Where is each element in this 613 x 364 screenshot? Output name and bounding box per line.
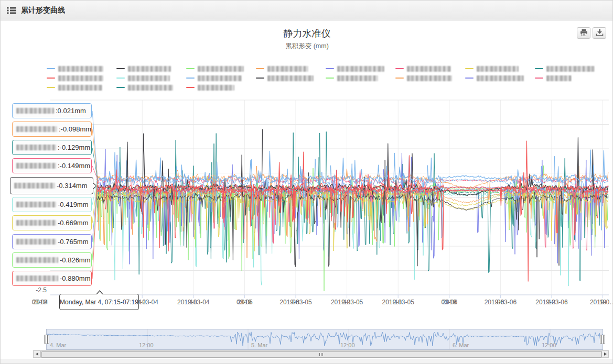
legend-item[interactable] (535, 73, 605, 83)
legend-item[interactable] (256, 73, 326, 83)
legend-marker (116, 87, 125, 89)
chart-subtitle: 累积形变 (mm) (1, 42, 613, 51)
tooltip-series-name-censored (16, 163, 56, 169)
legend-series-name-censored (58, 85, 102, 91)
legend-series-name-censored (546, 66, 595, 72)
legend-item[interactable] (395, 64, 465, 73)
legend-item[interactable] (47, 64, 116, 73)
legend-series-name-censored (128, 85, 173, 91)
legend-item[interactable] (535, 64, 605, 73)
download-icon (596, 29, 604, 38)
legend-marker (395, 68, 404, 70)
y-axis-label: -2.5 (16, 286, 47, 294)
legend-marker (256, 78, 264, 79)
tooltip-box: :-0.129mm (12, 140, 92, 155)
tooltip-value: :-0.149mm (58, 162, 90, 170)
legend-series-name-censored (198, 75, 242, 81)
scrollbar-right-arrow[interactable] (601, 350, 609, 358)
legend-series-name-censored (58, 66, 103, 72)
legend-item[interactable] (186, 64, 256, 73)
tooltip-box: -0.826mm (12, 252, 92, 268)
tooltip-series-name-censored (16, 257, 58, 263)
navigator-tick-label: 12:00 (340, 342, 355, 348)
tooltip-value: :-0.098mm (59, 125, 91, 133)
tooltip-box: :-0.098mm (12, 122, 92, 137)
legend-series-name-censored (477, 66, 519, 72)
tooltip-box: -0.880mm (12, 271, 92, 286)
legend-series-name-censored (128, 66, 171, 72)
scrollbar[interactable] (1, 350, 613, 358)
legend-marker (535, 78, 543, 79)
tooltip-box: -0.669mm (12, 215, 92, 230)
list-icon (7, 7, 16, 14)
legend-marker (116, 68, 125, 70)
tooltip-value: :0.021mm (56, 107, 86, 115)
legend-item[interactable] (47, 83, 116, 92)
legend-series-name-censored (267, 66, 308, 72)
navigator-handle-left[interactable] (44, 335, 49, 344)
legend-series-name-censored (58, 75, 103, 81)
tooltip-box: -0.765mm (12, 234, 92, 249)
panel-header: 累计形变曲线 (1, 1, 612, 20)
tooltip-value: :-0.129mm (58, 144, 90, 151)
tooltip-series-name-censored (16, 108, 54, 114)
legend-series-name-censored (128, 75, 170, 81)
legend-marker (186, 78, 195, 79)
x-axis-tooltip-text: Monday, Mar 4, 07:15-07:19 (60, 299, 138, 306)
navigator-tick-label: 6. Mar (453, 342, 469, 348)
legend-marker (47, 68, 55, 70)
monitoring-panel: 累计形变曲线 静力水准仪 累积形变 (mm) (0, 0, 613, 364)
legend-marker (465, 68, 474, 70)
left-arrow-icon (36, 352, 38, 356)
scrollbar-left-arrow[interactable] (33, 350, 40, 358)
legend-item[interactable] (116, 83, 186, 92)
tooltip-box: :0.021mm (12, 103, 92, 118)
navigator-series (47, 329, 603, 349)
tooltip-value: -0.880mm (60, 274, 91, 282)
legend-marker (116, 78, 125, 79)
tooltip-value: -0.419mm (58, 201, 89, 208)
legend-item[interactable] (326, 73, 395, 83)
legend-item[interactable] (116, 73, 186, 83)
navigator[interactable]: 4. Mar12:005. Mar12:006. Mar12:00 (47, 329, 603, 349)
legend-item[interactable] (256, 64, 326, 73)
legend-marker (465, 78, 474, 79)
legend-item[interactable] (116, 64, 186, 73)
legend-item[interactable] (47, 73, 116, 83)
tooltip-box: -0.314mm (10, 177, 93, 194)
legend-item[interactable] (186, 83, 256, 92)
legend (47, 64, 613, 92)
navigator-tick-label: 4. Mar (50, 342, 66, 348)
scrollbar-thumb[interactable] (41, 351, 601, 358)
legend-item[interactable] (326, 64, 395, 73)
legend-series-name-censored (337, 66, 384, 72)
tooltip-value: -0.826mm (60, 256, 91, 264)
print-button[interactable] (577, 27, 590, 39)
navigator-tick-label: 12:00 (542, 342, 556, 348)
navigator-handle-right[interactable] (600, 335, 605, 344)
tooltip-value: -0.669mm (58, 219, 89, 227)
legend-item[interactable] (465, 64, 535, 73)
tooltip-box: -0.419mm (12, 197, 92, 212)
tooltip-series-name-censored (16, 239, 56, 245)
legend-series-name-censored (198, 66, 244, 72)
legend-series-name-censored (407, 75, 452, 81)
tooltip-series-name-censored (16, 220, 56, 226)
tooltip-value: -0.765mm (58, 238, 89, 246)
download-button[interactable] (593, 27, 606, 39)
navigator-tick-label: 12:00 (139, 342, 154, 348)
legend-item[interactable] (395, 73, 465, 83)
legend-item[interactable] (186, 73, 256, 83)
tooltip-series-name-censored (16, 126, 57, 132)
legend-marker (535, 68, 543, 70)
right-arrow-icon (604, 352, 607, 356)
legend-marker (395, 78, 404, 79)
scrollbar-track[interactable] (40, 350, 601, 358)
tooltip-series-name-censored (14, 183, 55, 189)
x-axis-tooltip: Monday, Mar 4, 07:15-07:19 (59, 294, 139, 310)
legend-item[interactable] (465, 73, 535, 83)
printer-icon (580, 29, 588, 38)
legend-series-name-censored (407, 66, 451, 72)
legend-marker (47, 87, 55, 89)
legend-marker (256, 68, 264, 70)
